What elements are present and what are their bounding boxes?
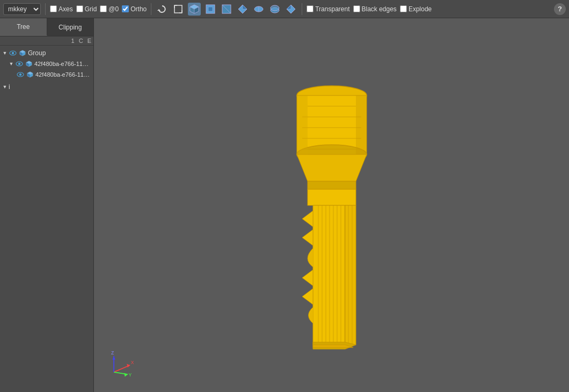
axis-indicator: X Y Z — [105, 349, 137, 381]
front-view-button[interactable] — [204, 3, 217, 16]
svg-marker-56 — [302, 230, 313, 246]
svg-marker-71 — [124, 373, 128, 377]
eye-svg-uuid1 — [16, 61, 23, 66]
tree-col-c: C — [79, 38, 83, 44]
ortho-checkbox[interactable] — [122, 5, 129, 12]
at0-label: @0 — [108, 5, 119, 13]
viewport[interactable]: X Y Z — [94, 18, 569, 392]
tree-arrow-uuid1: ▼ — [9, 61, 14, 66]
svg-text:Y: Y — [129, 372, 132, 378]
tree-content: ▼ Group ▼ — [0, 46, 93, 392]
tree-arrow-group: ▼ — [2, 50, 8, 56]
tab-clipping[interactable]: Clipping — [47, 18, 94, 36]
svg-point-33 — [19, 73, 21, 76]
back-view-button[interactable] — [220, 3, 233, 16]
tree-label-info: i — [9, 83, 10, 91]
transparent-checkbox[interactable] — [307, 5, 313, 12]
tab-tree[interactable]: Tree — [0, 18, 47, 36]
panel-tabs: Tree Clipping — [0, 18, 93, 36]
tree-label-uuid2: 42f480ba-e766-11ed-86c5-00155d746 — [35, 71, 91, 78]
eye-icon-group[interactable] — [9, 49, 17, 57]
cube-icon-uuid2 — [26, 70, 34, 79]
refresh-button[interactable] — [156, 3, 169, 16]
tree-header-row: 1 C E — [0, 36, 93, 46]
at0-checkbox-group: @0 — [100, 5, 119, 13]
black-edges-checkbox-group: Black edges — [353, 5, 397, 13]
ortho-checkbox-group: Ortho — [122, 5, 147, 13]
axes-label: Axes — [59, 5, 73, 13]
explode-checkbox-group: Explode — [400, 5, 432, 13]
svg-rect-42 — [308, 189, 356, 205]
svg-marker-40 — [297, 154, 367, 181]
svg-marker-0 — [157, 9, 161, 11]
svg-marker-21 — [287, 5, 291, 9]
mkkey-dropdown[interactable]: mkkeymkkey — [3, 3, 41, 15]
svg-marker-58 — [302, 289, 313, 305]
top-view-button[interactable] — [252, 3, 265, 16]
cube-icon-uuid1 — [25, 60, 33, 68]
svg-marker-15 — [243, 5, 247, 9]
fit-button[interactable] — [172, 3, 185, 16]
svg-point-28 — [18, 63, 20, 65]
svg-rect-1 — [174, 5, 182, 13]
eye-svg-uuid2 — [17, 72, 24, 77]
refresh-icon — [157, 4, 167, 14]
left-panel: Tree Clipping 1 C E ▼ — [0, 18, 94, 392]
svg-point-19 — [271, 5, 279, 11]
explode-checkbox[interactable] — [400, 5, 407, 12]
ortho-label: Ortho — [130, 5, 147, 13]
svg-text:X: X — [131, 360, 134, 365]
top-view-icon — [253, 3, 265, 15]
svg-rect-44 — [345, 205, 356, 345]
left-view-icon — [285, 3, 297, 15]
svg-rect-41 — [308, 181, 356, 189]
grid-checkbox-group: Grid — [76, 5, 97, 13]
left-view-button[interactable] — [284, 3, 297, 16]
tree-item-uuid1[interactable]: ▼ 42f480ba-e766-11ed-86c5-00155d746f48 — [1, 58, 92, 69]
cube-svg-uuid1 — [25, 60, 33, 68]
key-3d-render — [273, 45, 391, 366]
cube-icon-group — [18, 49, 27, 57]
svg-marker-73 — [113, 356, 115, 360]
tree-item-group[interactable]: ▼ Group — [1, 48, 92, 58]
svg-rect-43 — [313, 205, 345, 345]
cube-svg-group — [19, 49, 26, 57]
svg-marker-57 — [302, 270, 313, 286]
toolbar: mkkeymkkey Axes Grid @0 Ortho — [0, 0, 569, 18]
grid-label: Grid — [85, 5, 97, 13]
svg-marker-69 — [127, 364, 130, 367]
front-view-icon — [205, 3, 216, 15]
toolbar-divider-1 — [45, 3, 46, 15]
at0-checkbox[interactable] — [100, 5, 107, 12]
svg-marker-55 — [302, 211, 313, 227]
black-edges-checkbox[interactable] — [353, 5, 360, 12]
tree-item-info[interactable]: ▼ i — [1, 82, 92, 92]
tree-col-1: 1 — [71, 38, 75, 44]
main-area: Tree Clipping 1 C E ▼ — [0, 18, 569, 392]
tree-label-uuid1: 42f480ba-e766-11ed-86c5-00155d746f48 — [34, 61, 91, 67]
fit-icon — [173, 4, 183, 14]
eye-svg-group — [9, 50, 17, 56]
tree-label-group: Group — [28, 49, 46, 57]
explode-label: Explode — [408, 5, 432, 13]
cube-svg-uuid2 — [26, 71, 34, 78]
tree-arrow-info: ▼ — [2, 84, 8, 90]
svg-rect-11 — [208, 7, 213, 11]
eye-icon-uuid2[interactable] — [16, 70, 25, 79]
bottom-view-icon — [269, 3, 281, 15]
black-edges-label: Black edges — [362, 5, 397, 13]
help-button[interactable]: ? — [554, 3, 566, 15]
grid-checkbox[interactable] — [76, 5, 83, 12]
eye-icon-uuid1[interactable] — [15, 60, 24, 68]
right-view-icon — [237, 3, 249, 15]
axes-checkbox[interactable] — [50, 5, 57, 12]
toolbar-divider-3 — [302, 3, 302, 15]
iso-view-button[interactable] — [188, 3, 201, 16]
svg-point-23 — [12, 52, 14, 54]
back-view-icon — [221, 3, 232, 15]
bottom-view-button[interactable] — [268, 3, 281, 16]
transparent-checkbox-group: Transparent — [307, 5, 349, 13]
right-view-button[interactable] — [236, 3, 249, 16]
toolbar-divider-2 — [151, 3, 151, 15]
tree-item-uuid2[interactable]: 42f480ba-e766-11ed-86c5-00155d746 — [1, 69, 92, 80]
